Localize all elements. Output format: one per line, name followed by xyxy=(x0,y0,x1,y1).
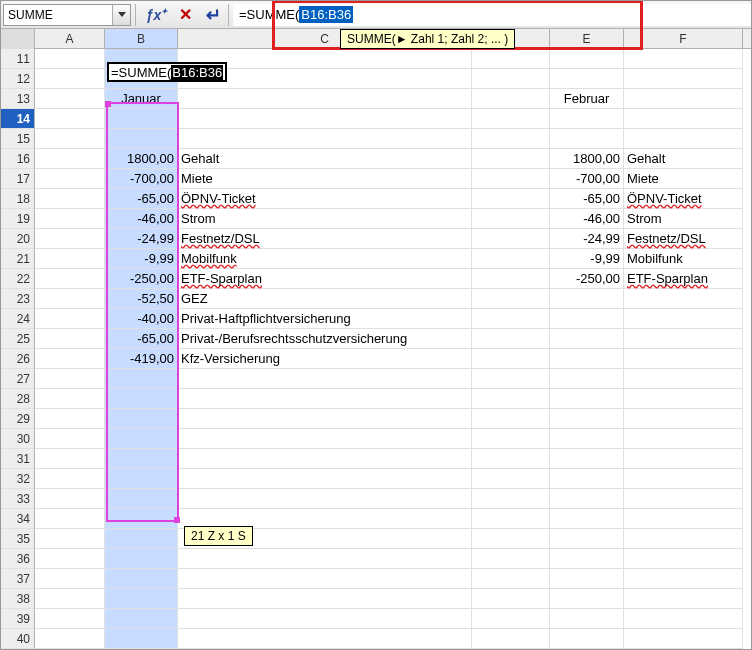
row-header-21[interactable]: 21 xyxy=(1,249,35,269)
cell-A22[interactable] xyxy=(35,269,105,289)
row-header-15[interactable]: 15 xyxy=(1,129,35,149)
row-header-25[interactable]: 25 xyxy=(1,329,35,349)
function-wizard-button[interactable]: ƒx✦ xyxy=(146,4,168,26)
cell-C38[interactable] xyxy=(178,589,472,609)
cell-F38[interactable] xyxy=(624,589,743,609)
cell-F27[interactable] xyxy=(624,369,743,389)
cell-F22[interactable]: ETF-Sparplan xyxy=(624,269,743,289)
cell-D11[interactable] xyxy=(472,49,550,69)
cell-C36[interactable] xyxy=(178,549,472,569)
cell-B24[interactable]: -40,00 xyxy=(105,309,178,329)
cell-B23[interactable]: -52,50 xyxy=(105,289,178,309)
cell-C19[interactable]: Strom xyxy=(178,209,472,229)
cell-F23[interactable] xyxy=(624,289,743,309)
cell-F25[interactable] xyxy=(624,329,743,349)
cell-C15[interactable] xyxy=(178,129,472,149)
cell-E11[interactable] xyxy=(550,49,624,69)
cell-A11[interactable] xyxy=(35,49,105,69)
cell-E14[interactable] xyxy=(550,109,624,129)
cell-F14[interactable] xyxy=(624,109,743,129)
cell-F11[interactable] xyxy=(624,49,743,69)
cell-D21[interactable] xyxy=(472,249,550,269)
cell-D40[interactable] xyxy=(472,629,550,649)
cell-E16[interactable]: 1800,00 xyxy=(550,149,624,169)
cell-D16[interactable] xyxy=(472,149,550,169)
cell-B14[interactable] xyxy=(105,109,178,129)
cell-E28[interactable] xyxy=(550,389,624,409)
row-header-31[interactable]: 31 xyxy=(1,449,35,469)
cell-C40[interactable] xyxy=(178,629,472,649)
cell-E17[interactable]: -700,00 xyxy=(550,169,624,189)
cell-D38[interactable] xyxy=(472,589,550,609)
row-header-20[interactable]: 20 xyxy=(1,229,35,249)
cell-F29[interactable] xyxy=(624,409,743,429)
cell-A24[interactable] xyxy=(35,309,105,329)
cell-A28[interactable] xyxy=(35,389,105,409)
col-header-F[interactable]: F xyxy=(624,29,743,48)
cell-F39[interactable] xyxy=(624,609,743,629)
cell-F30[interactable] xyxy=(624,429,743,449)
row-header-34[interactable]: 34 xyxy=(1,509,35,529)
row-header-24[interactable]: 24 xyxy=(1,309,35,329)
cell-B34[interactable] xyxy=(105,509,178,529)
cell-D29[interactable] xyxy=(472,409,550,429)
cell-D35[interactable] xyxy=(472,529,550,549)
cell-D30[interactable] xyxy=(472,429,550,449)
cell-A23[interactable] xyxy=(35,289,105,309)
cell-F18[interactable]: ÖPNV-Ticket xyxy=(624,189,743,209)
cell-D28[interactable] xyxy=(472,389,550,409)
cell-B27[interactable] xyxy=(105,369,178,389)
cell-D22[interactable] xyxy=(472,269,550,289)
cell-B31[interactable] xyxy=(105,449,178,469)
cell-F15[interactable] xyxy=(624,129,743,149)
cell-D14[interactable] xyxy=(472,109,550,129)
cell-E25[interactable] xyxy=(550,329,624,349)
cell-C27[interactable] xyxy=(178,369,472,389)
cell-D25[interactable] xyxy=(472,329,550,349)
cell-B19[interactable]: -46,00 xyxy=(105,209,178,229)
cell-A26[interactable] xyxy=(35,349,105,369)
cell-B26[interactable]: -419,00 xyxy=(105,349,178,369)
cell-E34[interactable] xyxy=(550,509,624,529)
cell-C17[interactable]: Miete xyxy=(178,169,472,189)
cell-E39[interactable] xyxy=(550,609,624,629)
cell-D13[interactable] xyxy=(472,89,550,109)
cell-D33[interactable] xyxy=(472,489,550,509)
cell-B38[interactable] xyxy=(105,589,178,609)
cell-C26[interactable]: Kfz-Versicherung xyxy=(178,349,472,369)
cell-E19[interactable]: -46,00 xyxy=(550,209,624,229)
cell-A17[interactable] xyxy=(35,169,105,189)
cell-F33[interactable] xyxy=(624,489,743,509)
active-cell-editor[interactable]: =SUMME(B16:B36 xyxy=(107,62,227,82)
select-all-corner[interactable] xyxy=(1,29,35,49)
cell-E26[interactable] xyxy=(550,349,624,369)
cell-C39[interactable] xyxy=(178,609,472,629)
cell-E21[interactable]: -9,99 xyxy=(550,249,624,269)
accept-button[interactable]: ↵ xyxy=(202,4,224,26)
cell-B16[interactable]: 1800,00 xyxy=(105,149,178,169)
cell-B13[interactable]: Januar xyxy=(105,89,178,109)
cell-A39[interactable] xyxy=(35,609,105,629)
cell-A40[interactable] xyxy=(35,629,105,649)
cell-C25[interactable]: Privat-/Berufsrechtsschutzversicherung xyxy=(178,329,472,349)
cell-E29[interactable] xyxy=(550,409,624,429)
cell-B29[interactable] xyxy=(105,409,178,429)
cell-B15[interactable] xyxy=(105,129,178,149)
cell-C32[interactable] xyxy=(178,469,472,489)
cell-A38[interactable] xyxy=(35,589,105,609)
row-header-35[interactable]: 35 xyxy=(1,529,35,549)
row-header-28[interactable]: 28 xyxy=(1,389,35,409)
cell-C37[interactable] xyxy=(178,569,472,589)
row-header-27[interactable]: 27 xyxy=(1,369,35,389)
cell-B30[interactable] xyxy=(105,429,178,449)
cell-A36[interactable] xyxy=(35,549,105,569)
cell-A12[interactable] xyxy=(35,69,105,89)
cell-D34[interactable] xyxy=(472,509,550,529)
cell-A33[interactable] xyxy=(35,489,105,509)
cell-B25[interactable]: -65,00 xyxy=(105,329,178,349)
cell-B35[interactable] xyxy=(105,529,178,549)
cell-A32[interactable] xyxy=(35,469,105,489)
cell-C14[interactable] xyxy=(178,109,472,129)
row-header-37[interactable]: 37 xyxy=(1,569,35,589)
cell-C20[interactable]: Festnetz/DSL xyxy=(178,229,472,249)
